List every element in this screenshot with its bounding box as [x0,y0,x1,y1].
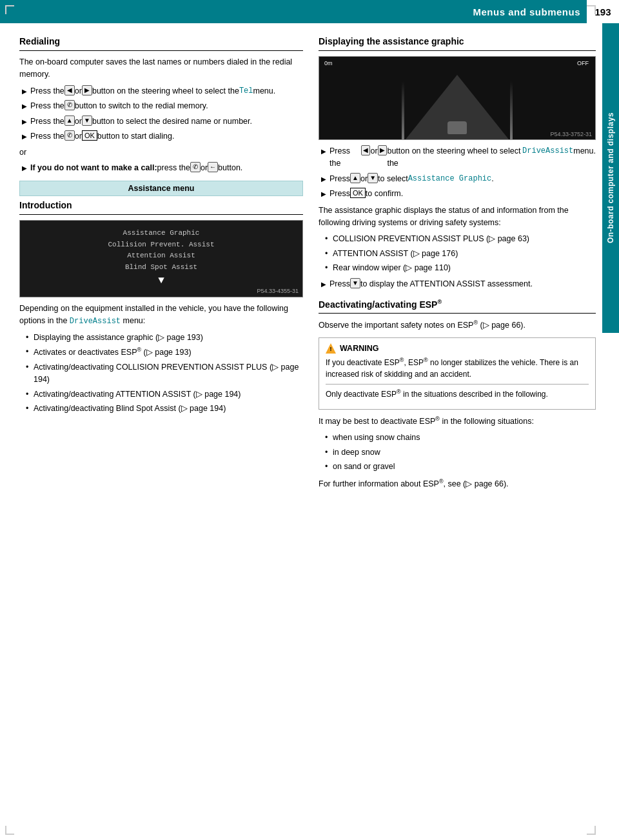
after-confirm-text: The assistance graphic displays the stat… [319,205,596,230]
intro-body: Depending on the equipment installed in … [19,303,303,328]
driveassist-label2: DriveAssist [522,145,573,157]
introduction-divider [19,214,303,215]
no-call-bold: If you do not want to make a call: [30,162,157,174]
introduction-section: Introduction Assistance Graphic Collisio… [19,200,303,415]
intro-image-caption: P54.33-4355-31 [257,288,299,294]
up-arrow-btn: ▲ [64,115,75,126]
esp-situations-list: when using snow chains in deep snow on s… [325,432,596,473]
off-indicator: OFF [577,60,589,66]
esp-footer: For further information about ESP®, see … [319,477,596,491]
car-shape [447,121,467,134]
content-area: Redialing The on-board computer saves th… [0,23,619,507]
ok-btn-d: OK [350,188,366,198]
right-btn-d: ▶ [378,145,388,155]
displaying-steps: Press the ◀ or ▶ button on the steering … [319,145,596,201]
options-list: Displaying the assistance graphic (▷ pag… [26,332,303,415]
road-line-right [510,81,513,139]
corner-mark-tl [5,5,14,14]
phone-btn2: ✆ [64,130,75,141]
left-arrow-btn: ◀ [64,85,75,95]
assistance-graphic-label: Assistance Graphic [408,173,492,185]
warning-divider [326,384,589,385]
step-4: Press the ✆ or OK button to start dialin… [19,130,303,143]
warning-text-1: If you deactivate ESP®, ESP® no longer s… [326,356,589,380]
no-call-item: If you do not want to make a call: press… [19,162,303,174]
assistance-graphic-image: 0m OFF P54.33-3752-31 [319,56,596,140]
option-5: Activating/deactivating Blind Spot Assis… [26,403,303,415]
atten-step-list: Press ▼ to display the ATTENTION ASSIST … [319,278,596,290]
warning-box: WARNING If you deactivate ESP®, ESP® no … [319,337,596,410]
side-tab: On-board computer and displays [602,23,619,333]
esp-section: Deactivating/activating ESP® Observe the… [319,299,596,490]
right-arrow-btn: ▶ [82,85,92,95]
redialing-title: Redialing [19,36,303,46]
esp-best-text: It may be best to deactivate ESP® in the… [319,415,596,428]
down-btn-atten: ▼ [350,278,360,288]
phone-btn: ✆ [64,100,75,110]
warning-header: WARNING [326,343,589,354]
left-column: Redialing The on-board computer saves th… [19,36,303,494]
displaying-image-caption: P54.33-3752-31 [550,131,592,137]
option-2: Activates or deactivates ESP® (▷ page 19… [26,346,303,359]
assistance-menu-image-text: Assistance Graphic Collision Prevent. As… [108,228,214,290]
or-label: or [19,146,303,159]
redialing-intro: The on-board computer saves the last nam… [19,56,303,81]
no-call-list: If you do not want to make a call: press… [19,162,303,174]
assistance-menu-box: Assistance menu [19,181,303,196]
introduction-title: Introduction [19,200,303,210]
road-line-left [402,81,404,139]
situation-3: on sand or gravel [325,461,596,473]
disp-step-1: Press the ◀ or ▶ button on the steering … [319,145,596,170]
situation-2: in deep snow [325,446,596,459]
step-1: Press the ◀ or ▶ button on the steering … [19,85,303,97]
redialing-section: Redialing The on-board computer saves th… [19,36,303,174]
step-3: Press the ▲ or ▼ button to select the de… [19,115,303,128]
warning-label: WARNING [340,344,378,353]
header-bar: Menus and submenus [0,0,619,23]
system-1: COLLISION PREVENTION ASSIST PLUS (▷ page… [325,233,596,245]
corner-mark-bl [5,826,14,835]
disp-step-3: Press OK to confirm. [319,188,596,200]
step-2: Press the ✆ button to switch to the redi… [19,100,303,112]
atten-step: Press ▼ to display the ATTENTION ASSIST … [319,278,596,290]
distance-indicator: 0m [324,60,333,66]
option-3: Activating/deactivating COLLISION PREVEN… [26,361,303,386]
redialing-divider [19,50,303,51]
header-title: Menus and submenus [473,6,580,17]
option-4: Activating/deactivating ATTENTION ASSIST… [26,388,303,401]
down-arrow-btn: ▼ [82,115,92,126]
disp-step-2: Press ▲ or ▼ to select Assistance Graphi… [319,173,596,185]
assistance-menu-label: Assistance menu [128,184,195,193]
displaying-title: Displaying the assistance graphic [319,36,596,46]
side-tab-label: On-board computer and displays [606,112,615,243]
esp-title: Deactivating/activating ESP® [319,299,596,310]
down-btn-d: ▼ [368,173,378,183]
corner-mark-br [587,826,596,835]
system-2: ATTENTION ASSIST (▷ page 176) [325,248,596,260]
warning-text-2: Only deactivate ESP® in the situations d… [326,388,589,400]
up-btn-d: ▲ [350,173,360,183]
corner-mark-tr [587,5,596,14]
situation-1: when using snow chains [325,432,596,444]
ok-btn: OK [82,130,97,141]
systems-list: COLLISION PREVENTION ASSIST PLUS (▷ page… [325,233,596,274]
warning-icon [326,343,336,354]
redialing-steps: Press the ◀ or ▶ button on the steering … [19,85,303,143]
option-1: Displaying the assistance graphic (▷ pag… [26,332,303,344]
displaying-section: Displaying the assistance graphic 0m OFF… [319,36,596,291]
right-column: Displaying the assistance graphic 0m OFF… [319,36,596,494]
system-3: Rear window wiper (▷ page 110) [325,262,596,274]
assistance-menu-image: Assistance Graphic Collision Prevent. As… [19,220,303,297]
esp-divider [319,313,596,314]
driveassist-label: DriveAssist [70,317,121,326]
back-btn: ← [208,162,218,172]
displaying-divider [319,50,596,51]
left-btn-d: ◀ [361,145,371,155]
tel-menu-label: Tel [239,85,253,97]
esp-intro: Observe the important safety notes on ES… [319,319,596,332]
phone-btn3: ✆ [190,162,201,172]
